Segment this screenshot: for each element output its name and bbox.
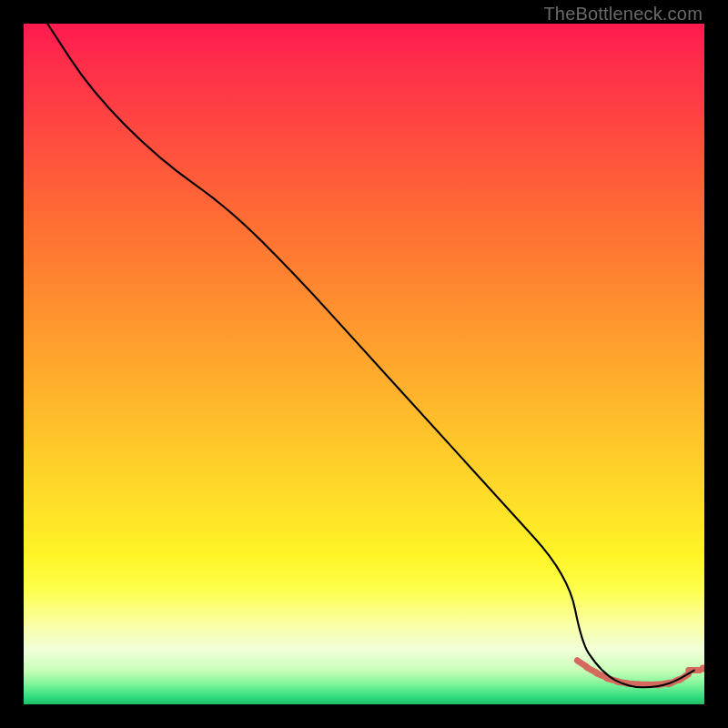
chart-svg	[24, 24, 704, 704]
chart-stage: TheBottleneck.com	[0, 0, 728, 728]
bottleneck-curve	[47, 24, 694, 687]
watermark-text: TheBottleneck.com	[543, 4, 703, 25]
plot-area	[24, 24, 704, 704]
